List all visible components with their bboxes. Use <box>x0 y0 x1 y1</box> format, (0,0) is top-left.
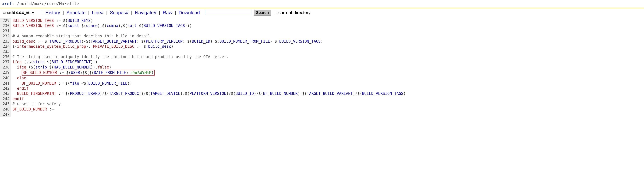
code-line: 233build_desc := $(TARGET_PRODUCT)-$(TAR… <box>0 39 644 44</box>
line-number[interactable]: 231 <box>0 28 11 34</box>
code-line: 231 <box>0 28 644 34</box>
code-content: BUILD_FINGERPRINT := $(PRODUCT_BRAND)/$(… <box>11 91 406 96</box>
code-content: BUILD_VERSION_TAGS := $(subst $(space),$… <box>11 23 192 28</box>
highlight-box: BF_BUILD_NUMBER := $(USER)$$($(DATE_FROM… <box>22 70 155 75</box>
line-number[interactable]: 243 <box>0 91 11 96</box>
code-content: ifeq ($(strip $(HAS_BUILD_NUMBER)),false… <box>11 65 111 70</box>
code-content: # A human-readable string that descibes … <box>11 34 153 39</box>
search-input[interactable] <box>205 10 252 15</box>
code-line: 230BUILD_VERSION_TAGS := $(subst $(space… <box>0 23 644 28</box>
code-content: # The string used to uniquely identify t… <box>11 54 228 59</box>
line-number[interactable]: 245 <box>0 102 11 107</box>
code-content <box>11 112 15 117</box>
code-content <box>11 49 15 54</box>
code-content: # unset it for safety. <box>11 102 63 107</box>
current-dir-checkbox[interactable] <box>274 11 277 14</box>
code-line: 234$(intermediate_system_build_prop): PR… <box>0 44 644 49</box>
line-number[interactable]: 240 <box>0 75 11 81</box>
code-line: 241 BF_BUILD_NUMBER := $(file <$(BUILD_N… <box>0 81 644 86</box>
current-dir-wrap[interactable]: current directory <box>273 10 310 15</box>
line-number[interactable]: 234 <box>0 44 11 49</box>
separator: | <box>88 10 90 15</box>
line-number[interactable]: 242 <box>0 86 11 91</box>
file-path: : /build/make/core/Makefile <box>12 1 79 6</box>
line-number[interactable]: 237 <box>0 59 11 64</box>
code-line: 243 BUILD_FINGERPRINT := $(PRODUCT_BRAND… <box>0 91 644 96</box>
code-content: BUILD_VERSION_TAGS += $(BUILD_KEYS) <box>11 18 93 23</box>
separator: | <box>175 10 176 15</box>
separator: | <box>63 10 64 15</box>
code-content: endif <box>11 86 28 91</box>
code-line: 245# unset it for safety. <box>0 102 644 107</box>
line-number[interactable]: 236 <box>0 54 11 59</box>
code-line: 239 BF_BUILD_NUMBER := $(USER)$$($(DATE_… <box>0 70 644 75</box>
code-line: 238 ifeq ($(strip $(HAS_BUILD_NUMBER)),f… <box>0 65 644 70</box>
search-button[interactable]: Search <box>254 10 271 16</box>
code-content: build_desc := $(TARGET_PRODUCT)-$(TARGET… <box>11 39 323 44</box>
line-number[interactable]: 235 <box>0 49 11 54</box>
line-number[interactable]: 239 <box>0 70 11 75</box>
current-dir-label: current directory <box>278 10 310 15</box>
code-area: 229BUILD_VERSION_TAGS += $(BUILD_KEYS)23… <box>0 17 644 117</box>
code-content: BF_BUILD_NUMBER := <box>11 107 54 112</box>
scopes-link[interactable]: Scopes# <box>110 10 128 15</box>
separator: | <box>131 10 132 15</box>
code-line: 244endif <box>0 96 644 102</box>
download-link[interactable]: Download <box>178 10 200 15</box>
code-line: 232# A human-readable string that descib… <box>0 34 644 39</box>
version-select[interactable]: android-9.0.0_r61 <box>2 10 34 15</box>
code-line: 235 <box>0 49 644 54</box>
line-number[interactable]: 233 <box>0 39 11 44</box>
line-link[interactable]: Line# <box>92 10 104 15</box>
code-line: 242 endif <box>0 86 644 91</box>
line-number[interactable]: 232 <box>0 34 11 39</box>
line-number[interactable]: 230 <box>0 23 11 28</box>
line-number[interactable]: 247 <box>0 112 11 117</box>
code-content: else <box>11 75 26 81</box>
line-number[interactable]: 241 <box>0 81 11 86</box>
code-line: 246BF_BUILD_NUMBER := <box>0 107 644 112</box>
code-content: ifeq (,$(strip $(BUILD_FINGERPRINT))) <box>11 59 98 64</box>
separator: | <box>106 10 108 15</box>
separator: | <box>159 10 160 15</box>
toolbar: android-9.0.0_r61 | History | Annotate |… <box>0 8 644 17</box>
code-content: endif <box>11 96 24 102</box>
line-number[interactable]: 238 <box>0 65 11 70</box>
separator: | <box>42 10 43 15</box>
code-line: 237ifeq (,$(strip $(BUILD_FINGERPRINT))) <box>0 59 644 64</box>
annotate-link[interactable]: Annotate <box>66 10 86 15</box>
code-line: 247 <box>0 112 644 117</box>
code-content: BF_BUILD_NUMBER := $(USER)$$($(DATE_FROM… <box>11 70 154 75</box>
code-line: 236# The string used to uniquely identif… <box>0 54 644 59</box>
history-link[interactable]: History <box>45 10 60 15</box>
navigate-link[interactable]: Navigate# <box>135 10 156 15</box>
line-number[interactable]: 246 <box>0 107 11 112</box>
breadcrumb-path: xref: /build/make/core/Makefile <box>0 0 644 7</box>
xref-label: xref <box>2 1 12 6</box>
code-line: 240 else <box>0 75 644 81</box>
code-content: $(intermediate_system_build_prop): PRIVA… <box>11 44 174 49</box>
line-number[interactable]: 229 <box>0 18 11 23</box>
code-line: 229BUILD_VERSION_TAGS += $(BUILD_KEYS) <box>0 18 644 23</box>
code-content: BF_BUILD_NUMBER := $(file <$(BUILD_NUMBE… <box>11 81 132 86</box>
raw-link[interactable]: Raw <box>163 10 172 15</box>
line-number[interactable]: 244 <box>0 96 11 102</box>
code-content <box>11 28 15 34</box>
